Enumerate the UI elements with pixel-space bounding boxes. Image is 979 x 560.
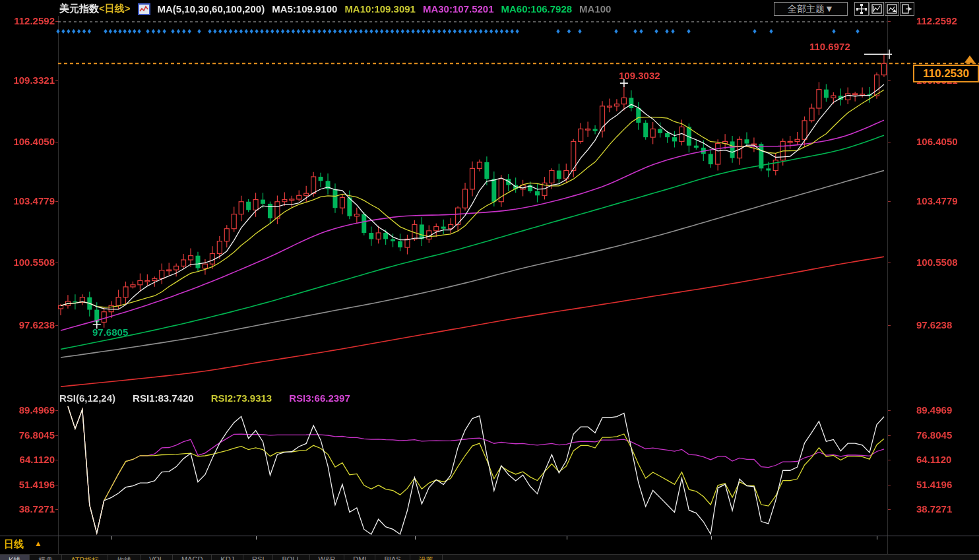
symbol-title: 美元指数<日线> [59,3,131,15]
axis-label: 38.7271 [916,504,952,514]
last-price-tag: 110.2530 [913,65,979,82]
bottom-tab[interactable]: ATP指标 [62,555,108,560]
bottom-tab[interactable]: KDJ [212,555,243,560]
pan-icon[interactable] [854,2,869,16]
axis-label: 103.4779 [13,196,55,206]
period-selector[interactable]: 日线 [4,538,24,551]
axis-label: 100.5508 [916,257,958,268]
ma-settings-label[interactable]: MA(5,10,30,60,100,200) [158,3,265,15]
axis-label: 38.7271 [19,504,55,514]
axis-label: 64.1120 [20,454,55,465]
ma100-label: MA100 [579,3,611,15]
bottom-tab[interactable]: RSI [243,555,273,560]
peak-annotation: 109.3032 [619,70,660,81]
ma10-value: MA10:109.3091 [344,3,416,15]
bottom-tab[interactable]: 横盘 [30,555,62,560]
axis-label: 51.4196 [19,480,55,490]
indicator-chart-icon[interactable] [138,3,150,15]
bottom-tab[interactable]: BOLL [273,555,309,560]
chart-canvas[interactable] [0,0,979,560]
pane-expand-icon[interactable] [900,2,914,16]
low-annotation: 97.6805 [92,327,128,338]
axis-label: 103.4779 [916,196,958,206]
bottom-tab[interactable]: W&R [310,555,345,560]
all-themes-button[interactable]: 全部主题▼ [774,2,848,16]
rsi2-value: RSI2:73.9313 [211,392,272,404]
bottom-tab[interactable]: 设置 [410,555,443,560]
bottom-tab[interactable]: 均线 [108,555,141,560]
axis-label: 97.6238 [916,320,952,330]
chart-header: 美元指数<日线> MA(5,10,30,60,100,200) MA5:109.… [59,3,611,15]
axis-label: 109.3321 [13,75,55,86]
symbol-name: 美元指数 [59,3,99,14]
bottom-tab[interactable]: VOL [141,555,173,560]
indicator-tab-bar: K线横盘ATP指标均线VOLMACDKDJRSIBOLLW&RDMIBIAS设置 [0,555,979,560]
rsi-settings-label[interactable]: RSI(6,12,24) [59,392,115,404]
ma5-value: MA5:109.9100 [272,3,337,15]
final-high-annotation: 110.6972 [809,41,850,52]
axis-label: 97.6238 [19,320,55,330]
period-tag: <日线> [99,3,131,14]
axis-label: 89.4969 [916,405,952,416]
axis-label: 76.8045 [19,430,55,441]
axis-label: 106.4050 [916,137,958,147]
axis-scale-left-icon[interactable] [869,2,884,16]
bottom-tab[interactable]: MACD [173,555,212,560]
axis-label: 76.8045 [916,430,952,441]
period-arrow-icon[interactable]: ▲ [34,539,42,548]
axis-label: 51.4196 [916,480,952,490]
rsi3-value: RSI3:66.2397 [289,392,350,404]
bottom-tab[interactable]: K线 [0,555,30,560]
rsi-header: RSI(6,12,24) RSI1:83.7420 RSI2:73.9313 R… [59,392,350,404]
axis-label: 100.5508 [13,257,55,268]
axis-label: 89.4969 [19,405,55,416]
trading-terminal: 美元指数<日线> MA(5,10,30,60,100,200) MA5:109.… [0,0,979,560]
rsi1-value: RSI1:83.7420 [133,392,194,404]
ma30-value: MA30:107.5201 [423,3,494,15]
bottom-tab[interactable]: BIAS [375,555,410,560]
axis-label: 106.4050 [13,137,55,147]
ma60-value: MA60:106.7928 [501,3,573,15]
bottom-tab[interactable]: DMI [344,555,375,560]
axis-label: 64.1120 [916,454,951,465]
axis-label: 112.2592 [14,16,55,26]
axis-scale-right-icon[interactable] [885,2,899,16]
axis-label: 112.2592 [916,16,957,26]
